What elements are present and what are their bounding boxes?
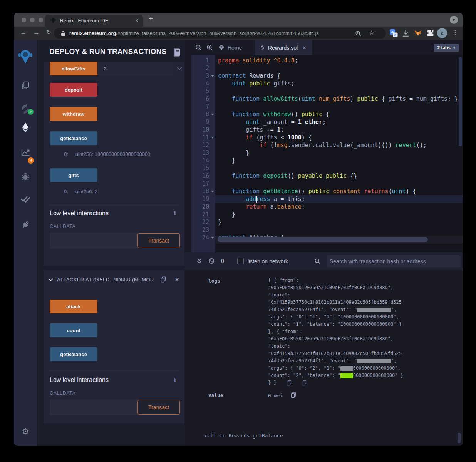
tabs-count-dropdown[interactable]: 2 tabs ▼: [434, 44, 459, 52]
transact-button[interactable]: Transact: [137, 233, 180, 248]
back-button[interactable]: ←: [20, 29, 27, 37]
fold-arrow-icon[interactable]: [211, 237, 214, 239]
code-line[interactable]: uint _amount = 1 ether;: [215, 118, 463, 126]
function-button-allowGifts[interactable]: allowGifts: [50, 62, 97, 75]
code-line[interactable]: }: [215, 218, 463, 226]
copy-address-icon[interactable]: [160, 276, 166, 283]
expand-args-chevron-icon[interactable]: [177, 66, 182, 71]
copy-logs-icon[interactable]: [302, 380, 307, 386]
copy-value-icon[interactable]: [291, 392, 296, 398]
close-window-button[interactable]: [22, 18, 26, 22]
code-line[interactable]: if (gifts < 1000) {: [215, 134, 463, 141]
file-explorer-icon[interactable]: [20, 80, 30, 90]
url-bar[interactable]: remix.ethereum.org/#optimize=false&runs=…: [54, 28, 386, 38]
line-number: 13: [191, 149, 215, 157]
code-line[interactable]: uint public gifts;: [215, 80, 463, 87]
deploy-run-icon[interactable]: [20, 122, 31, 133]
terminal-search-input[interactable]: [327, 255, 461, 267]
tab-search-button[interactable]: ▼: [450, 16, 458, 24]
vertical-scrollbar[interactable]: [459, 57, 462, 146]
function-button-count[interactable]: count: [50, 323, 97, 337]
tab-home[interactable]: Home: [213, 40, 247, 55]
code-editor[interactable]: 123456789101112131415161718192021222324 …: [184, 55, 463, 252]
translate-extension-icon[interactable]: Ga: [390, 29, 398, 37]
info-icon[interactable]: i: [174, 210, 176, 217]
code-line[interactable]: function allowGifts(uint num_gifts) publ…: [215, 95, 463, 103]
profile-avatar[interactable]: c: [437, 28, 447, 38]
plugin-icon-rail: ✓ 4 ⚙: [14, 40, 37, 446]
attacker-instance-header[interactable]: ATTACKER AT 0X5FD...9D88D (MEMOR ✕: [48, 276, 179, 283]
debugger-bug-icon[interactable]: [20, 171, 30, 181]
function-button-getBalance[interactable]: getBalance: [50, 347, 97, 361]
browser-tab-title: Remix - Ethereum IDE: [60, 18, 108, 23]
collapse-terminal-icon[interactable]: [196, 258, 203, 264]
plugin-manager-icon[interactable]: [20, 220, 30, 230]
code-line[interactable]: gifts -= 1;: [215, 126, 463, 134]
close-file-tab-icon[interactable]: ✕: [302, 45, 306, 50]
calldata-input[interactable]: [50, 233, 139, 249]
function-button-attack[interactable]: attack: [50, 300, 97, 313]
analytics-chart-icon[interactable]: [20, 147, 30, 157]
url-text[interactable]: remix.ethereum.org/#optimize=false&runs=…: [69, 30, 319, 36]
maximize-window-button[interactable]: [39, 18, 43, 22]
documentation-book-icon[interactable]: [173, 48, 181, 57]
tab-rewards-sol[interactable]: Rewards.sol ✕: [255, 40, 312, 55]
browser-tab[interactable]: Remix - Ethereum IDE ✕: [45, 15, 143, 27]
function-arg-input-allowGifts[interactable]: [97, 62, 173, 75]
function-button-deposit[interactable]: deposit: [50, 83, 97, 97]
clear-console-icon[interactable]: [208, 258, 215, 264]
code-line[interactable]: return a.balance;: [215, 203, 463, 211]
new-tab-button[interactable]: +: [149, 15, 153, 23]
metamask-extension-icon[interactable]: [414, 29, 422, 37]
remix-logo-icon[interactable]: [17, 49, 34, 65]
code-line[interactable]: }: [215, 149, 463, 157]
terminal-scrollbar[interactable]: [458, 433, 461, 443]
bookmark-star-icon[interactable]: ☆: [369, 29, 374, 36]
code-line[interactable]: [215, 164, 463, 172]
code-line[interactable]: [215, 87, 463, 95]
code-line[interactable]: [215, 103, 463, 110]
code-line[interactable]: }: [215, 211, 463, 218]
remove-instance-icon[interactable]: ✕: [175, 277, 179, 283]
zoom-page-icon[interactable]: [355, 30, 361, 37]
code-line[interactable]: function deposit() payable public {}: [215, 172, 463, 180]
chevron-down-icon[interactable]: [48, 277, 53, 282]
fold-arrow-icon[interactable]: [211, 191, 214, 192]
code-line[interactable]: [215, 180, 463, 187]
transact-button[interactable]: Transact: [137, 400, 180, 415]
download-icon[interactable]: [402, 29, 410, 37]
editor-zoom-in-icon[interactable]: [206, 44, 213, 51]
calldata-input[interactable]: [50, 399, 139, 415]
listen-on-network-checkbox[interactable]: [237, 258, 244, 264]
settings-gear-icon[interactable]: ⚙: [21, 427, 30, 436]
info-icon[interactable]: i: [174, 377, 176, 383]
reload-button[interactable]: ↻: [46, 29, 51, 36]
tab-close-icon[interactable]: ✕: [135, 18, 139, 23]
code-line[interactable]: contract Rewards {: [215, 72, 463, 80]
editor-zoom-out-icon[interactable]: [195, 44, 202, 51]
terminal-toolbar: 0 listen on network: [184, 252, 463, 270]
code-line[interactable]: [215, 64, 463, 72]
copy-logs-icon[interactable]: [287, 380, 292, 386]
code-line[interactable]: address a = this;: [215, 195, 463, 203]
code-line[interactable]: [215, 226, 463, 234]
code-lines[interactable]: pragma solidity ^0.4.8;contract Rewards …: [215, 55, 463, 252]
horizontal-scrollbar[interactable]: [218, 237, 428, 242]
line-number: 16: [191, 172, 215, 180]
function-button-getBalance[interactable]: getBalance: [50, 131, 97, 145]
code-line[interactable]: }: [215, 157, 463, 164]
code-line[interactable]: pragma solidity ^0.4.8;: [215, 57, 463, 64]
function-button-gifts[interactable]: gifts: [50, 168, 97, 182]
function-button-withdraw[interactable]: withdraw: [50, 107, 97, 121]
code-line[interactable]: function getBalance() public constant re…: [215, 187, 463, 195]
fold-arrow-icon[interactable]: [211, 137, 214, 139]
code-line[interactable]: function withdraw() public {: [215, 110, 463, 118]
forward-button[interactable]: →: [33, 29, 40, 37]
code-line[interactable]: if (!msg.sender.call.value(_amount)()) r…: [215, 141, 463, 149]
extensions-puzzle-icon[interactable]: [426, 29, 434, 37]
fold-arrow-icon[interactable]: [211, 75, 214, 77]
minimize-window-button[interactable]: [30, 18, 35, 22]
browser-menu-icon[interactable]: ⋮: [452, 29, 458, 36]
unit-testing-icon[interactable]: [20, 194, 31, 204]
fold-arrow-icon[interactable]: [211, 114, 214, 116]
